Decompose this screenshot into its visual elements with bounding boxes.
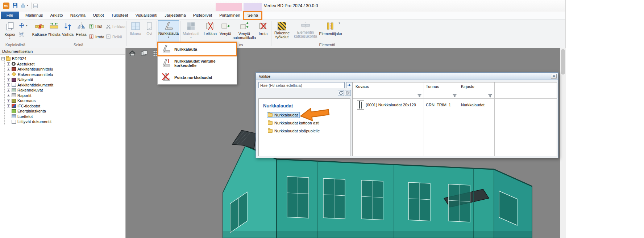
column-divider: [459, 82, 459, 156]
expand-icon[interactable]: +: [7, 62, 10, 65]
folder-list-pane: Nurkkalaudat Nurkkalaudat Nurkkalaudat k…: [258, 98, 350, 156]
yhdista-button[interactable]: Yhdistä: [47, 21, 61, 45]
stretch-auto-icon: [240, 22, 249, 31]
tab-optiot[interactable]: Optiot: [89, 12, 108, 19]
quick-tool-icon[interactable]: [21, 3, 25, 10]
irrota-small-button[interactable]: Irrota: [89, 34, 104, 40]
tree-item-arkkitehtidokumentit[interactable]: + Arkkitehtidokumentit: [7, 82, 125, 88]
refresh-button[interactable]: [338, 90, 344, 96]
tree-item-ifc-tiedostot[interactable]: + IFC-tiedostot: [7, 103, 125, 109]
tab-mallinnus[interactable]: Mallinnus: [22, 12, 47, 19]
refresh-icon: [339, 91, 343, 95]
tree-item-kuormaus[interactable]: + Kuormaus: [7, 98, 125, 103]
dialog-close-button[interactable]: ✕: [551, 74, 557, 79]
tree-item-root[interactable]: − BD2024: [1, 56, 125, 61]
katkaise-button[interactable]: Katkaise: [33, 21, 46, 45]
ikkuna-button[interactable]: Ikkuna: [128, 21, 143, 45]
settings-button[interactable]: [345, 90, 351, 96]
tab-visualisointi[interactable]: Visualisointi: [132, 12, 161, 19]
document-icon: [12, 83, 16, 87]
tab-arkisto[interactable]: Arkisto: [47, 12, 67, 19]
peilaa-button[interactable]: Peilaa: [75, 21, 88, 45]
menu-item-poista-nurkkalaudat[interactable]: Poista nurkkalaudat: [158, 70, 237, 84]
expand-icon[interactable]: +: [7, 73, 10, 76]
elementtijako-button[interactable]: ▾ Elementtijako: [319, 21, 342, 45]
tree-item-luettelot[interactable]: Luettelot: [7, 114, 125, 119]
filter-icon[interactable]: [452, 93, 457, 99]
expand-icon[interactable]: +: [7, 99, 10, 102]
search-arrow-icon: [347, 84, 351, 87]
irrota-button[interactable]: Irrota: [256, 21, 270, 45]
cell-kuvaus[interactable]: (0001) Nurkkalaudat 20x120: [366, 103, 416, 107]
tree-item-energialaskenta[interactable]: Energialaskenta: [7, 109, 125, 114]
tree-item-arkkitehtisuunnittelu[interactable]: + Arkkitehtisuunnittelu: [7, 67, 125, 72]
expander-spacer: [7, 120, 10, 123]
ribbon-tabs: File Mallinnus Arkisto Näkymä Optiot Tul…: [0, 12, 565, 19]
liita-button[interactable]: Liitä: [89, 24, 102, 30]
tree-item-liittyvat-dokumentit[interactable]: Liittyvät dokumentit: [7, 119, 125, 124]
swap-arrows-icon: [63, 22, 72, 32]
search-input[interactable]: [258, 82, 345, 88]
reika-button[interactable]: Reikä: [106, 34, 122, 40]
scrollbar-thumb[interactable]: [561, 49, 565, 75]
app-logo-icon[interactable]: BD: [3, 3, 9, 9]
cascade-windows-icon[interactable]: [140, 50, 149, 56]
folder-item-nurkkalaudat[interactable]: Nurkkalaudat: [267, 112, 300, 118]
tree-item-rakennekuvat[interactable]: + Rakennekuvat: [7, 88, 125, 93]
elementtijako-caret-icon: ▾: [338, 21, 340, 25]
tree-item-rakennesuunnittelu[interactable]: + Rakennesuunnittelu: [7, 72, 125, 77]
tree-item-raportit[interactable]: + Raportit: [7, 93, 125, 98]
vertical-scrollbar[interactable]: [560, 48, 566, 238]
tree-item-asetukset[interactable]: + Asetukset: [7, 61, 125, 67]
dialog-titlebar[interactable]: Valitse: [256, 73, 558, 80]
loading-icon: [12, 99, 16, 103]
cell-tunnus[interactable]: CRN_TRIM_1: [426, 103, 451, 107]
expand-icon[interactable]: +: [7, 83, 10, 86]
tree-item-nakymat[interactable]: + Näkymät: [7, 77, 125, 82]
folder-icon: [6, 57, 11, 61]
siirra-caret-icon: ▾: [26, 25, 28, 27]
rakenne-tyokalut-button[interactable]: Rakenne työkalut: [272, 21, 292, 45]
expand-icon[interactable]: +: [7, 104, 10, 107]
filter-icon[interactable]: [488, 93, 493, 99]
gear-icon: [346, 91, 350, 95]
column-header-kuvaus[interactable]: Kuvaus: [356, 84, 369, 89]
kopioi-button[interactable]: Kopioi ▾: [2, 21, 17, 45]
select-move-button[interactable]: [19, 32, 25, 38]
collapse-icon[interactable]: −: [1, 57, 5, 60]
tab-nakyma[interactable]: Näkymä: [67, 12, 89, 19]
menu-item-nurkkalauta[interactable]: Nurkkalauta: [158, 42, 237, 56]
tab-pistepilvet[interactable]: Pistepilvet: [190, 12, 216, 19]
tab-seina[interactable]: Seinä: [244, 12, 262, 19]
elementin-katkaisukohta-button[interactable]: Elementin katkaisukohta: [294, 21, 317, 45]
trim-thumbnail-icon: [357, 100, 364, 111]
ribbon-options-icon[interactable]: [33, 4, 38, 8]
window-title: Vertex BD Pro 2024 / 30.0.0: [264, 0, 318, 12]
folder-label: Nurkkalaudat: [274, 113, 298, 117]
tree-item-label: Energialaskenta: [17, 109, 46, 113]
home-view-icon[interactable]: [128, 50, 137, 56]
save-icon[interactable]: [12, 3, 18, 10]
tab-jarjestelma[interactable]: Järjestelmä: [161, 12, 190, 19]
filter-icon[interactable]: [417, 93, 422, 99]
expand-icon[interactable]: +: [7, 89, 10, 92]
cell-kirjasto[interactable]: Nurkkalaudat: [461, 103, 485, 107]
leikkaa-small-button[interactable]: Leikkaa: [106, 24, 125, 30]
folder-item-nurkkalaudat-sisapuolelle[interactable]: Nurkkalaudat sisäpuolelle: [267, 128, 321, 134]
quick-access-caret-icon[interactable]: ▾: [27, 4, 28, 7]
menu-item-nurkkalaudat-valitulle-korkeudelle[interactable]: Nurkkalaudat valitulle korkeudelle: [158, 56, 237, 70]
siirra-button[interactable]: ▾: [19, 22, 28, 29]
search-go-button[interactable]: [346, 82, 352, 88]
scissors-icon: [106, 24, 111, 30]
tab-file[interactable]: File: [1, 12, 19, 19]
column-header-tunnus[interactable]: Tunnus: [426, 84, 439, 89]
expand-icon[interactable]: +: [7, 94, 10, 97]
tab-piirtaminen[interactable]: Piirtäminen: [216, 12, 244, 19]
column-header-kirjasto[interactable]: Kirjasto: [461, 84, 474, 89]
expand-icon[interactable]: +: [7, 78, 10, 81]
tree-item-label: Näkymät: [17, 77, 33, 82]
tab-tulosteet[interactable]: Tulosteet: [108, 12, 132, 19]
ovi-button[interactable]: Ovi: [144, 21, 154, 45]
expand-icon[interactable]: +: [7, 68, 10, 71]
vaihda-button[interactable]: Vaihda: [62, 21, 74, 45]
